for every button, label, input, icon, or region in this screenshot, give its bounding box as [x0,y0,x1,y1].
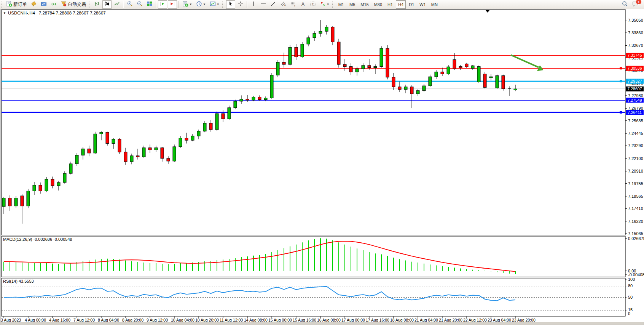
svg-text:50: 50 [628,295,633,299]
timeframe-button-h1[interactable]: H1 [385,0,395,9]
macd-indicator-label: MACD(12,26,9) -0.002686 -0.000548 [3,237,72,242]
svg-text:7.22100: 7.22100 [628,156,643,161]
candle [295,47,298,57]
tile-windows-button[interactable] [145,0,154,9]
new-order-button[interactable]: 新订单 [5,0,29,9]
candle [136,156,139,157]
chart-shift-button[interactable] [168,0,177,9]
template-button[interactable]: ▼ [208,0,221,9]
search-button[interactable] [620,0,630,9]
candle [429,77,432,86]
candle [398,87,401,90]
toolbar-grip[interactable] [89,2,91,8]
signals-button[interactable] [49,0,58,9]
new-order-icon [6,1,12,8]
candle [209,123,212,130]
timeframe-button-m15[interactable]: M15 [358,0,371,9]
candle [185,138,188,141]
timeframe-button-h4[interactable]: H4 [396,0,406,9]
autotrade-button[interactable]: 自动交易 [59,0,88,9]
new-order-label: 新订单 [13,1,27,8]
svg-text:7 Aug 12:00: 7 Aug 12:00 [73,318,95,322]
candle [422,86,426,91]
zoom-in-button[interactable] [125,0,134,9]
toolbar-grip[interactable] [332,2,334,8]
main-toolbar: 新订单 自动交易 [0,0,644,9]
timeframe-button-mn[interactable]: MN [429,0,440,9]
horizontal-line-icon [260,1,266,8]
period-button[interactable]: ▼ [194,0,207,9]
candle [514,89,517,90]
timeframe-group: M1M5M15M30H1H4D1W1MN [336,0,440,9]
candle [362,66,365,69]
candle [8,198,11,206]
candlestick-chart-button[interactable] [102,0,112,9]
trendline-button[interactable] [269,0,278,9]
one-click-trading-toggle[interactable]: ▼ [3,11,6,15]
cursor-button[interactable] [226,0,235,9]
svg-text:7.27980: 7.27980 [628,93,643,98]
toolbar-grip[interactable] [1,2,3,8]
timeframe-button-w1[interactable]: W1 [417,0,428,9]
svg-text:7.35050: 7.35050 [628,18,643,22]
timeframe-button-m1[interactable]: M1 [336,0,346,9]
candle [75,155,78,163]
line-chart-button[interactable] [112,0,121,9]
candle [45,179,48,191]
period-dropdown-arrow[interactable]: ▼ [203,3,206,6]
timeframe-button-m30[interactable]: M30 [372,0,384,9]
template-dropdown-arrow[interactable]: ▼ [217,3,220,6]
candle [21,196,24,206]
notifications-button[interactable]: 1 [630,0,640,9]
clock-icon [196,1,202,8]
svg-text:7.33860: 7.33860 [628,30,643,35]
candle [416,91,419,94]
auto-scroll-button[interactable] [158,0,167,9]
arrows-button[interactable]: ▼ [318,0,331,9]
vertical-line-button[interactable] [249,0,258,9]
svg-text:10 Aug 04:00: 10 Aug 04:00 [171,318,194,322]
candle [301,44,304,57]
svg-text:7.17410: 7.17410 [628,206,643,211]
equidistant-channel-button[interactable]: E [279,0,288,9]
fibonacci-button[interactable]: F [289,0,298,9]
zoom-out-button[interactable] [135,0,144,9]
candle [441,72,444,74]
chart-canvas[interactable]: 7.350507.338607.326707.315157.303257.291… [0,0,644,325]
candle [307,38,310,44]
profiles-button[interactable] [39,0,48,9]
template-icon [210,1,216,8]
candle [27,191,30,206]
auto-scroll-icon [159,1,166,8]
indicators-button[interactable]: ▼ [181,0,194,9]
crosshair-button[interactable] [236,0,245,9]
horizontal-line-button[interactable] [259,0,268,9]
market-watch-button[interactable] [29,0,38,9]
candle [465,64,468,67]
rsi-pane[interactable] [2,278,625,316]
svg-text:11 Aug 12:00: 11 Aug 12:00 [220,318,243,322]
price-axis[interactable]: 7.350507.338607.326707.315157.303257.291… [625,18,643,236]
toolbar-grip[interactable] [222,2,224,8]
candle [282,62,285,64]
svg-text:A: A [301,2,304,7]
indicators-dropdown-arrow[interactable]: ▼ [189,3,192,6]
candle [289,47,292,64]
arrows-dropdown-arrow[interactable]: ▼ [327,3,330,6]
text-button[interactable]: A [298,0,308,9]
svg-text:10 Aug 20:00: 10 Aug 20:00 [195,318,219,322]
timeframe-button-d1[interactable]: D1 [406,0,416,9]
candle [337,42,340,64]
candle [197,131,200,136]
text-label-button[interactable]: T [308,0,317,9]
text-icon: A [300,1,306,8]
time-axis[interactable]: 3 Aug 20234 Aug 00:004 Aug 16:007 Aug 12… [1,317,536,323]
zoom-out-icon [137,1,143,8]
main-pane[interactable] [2,10,625,235]
bar-chart-button[interactable] [92,0,102,9]
svg-text:80: 80 [628,283,633,288]
candle [57,183,60,186]
timeframe-button-m5[interactable]: M5 [347,0,357,9]
svg-text:7.25635: 7.25635 [628,118,643,123]
svg-text:-0.004084: -0.004084 [628,272,644,277]
